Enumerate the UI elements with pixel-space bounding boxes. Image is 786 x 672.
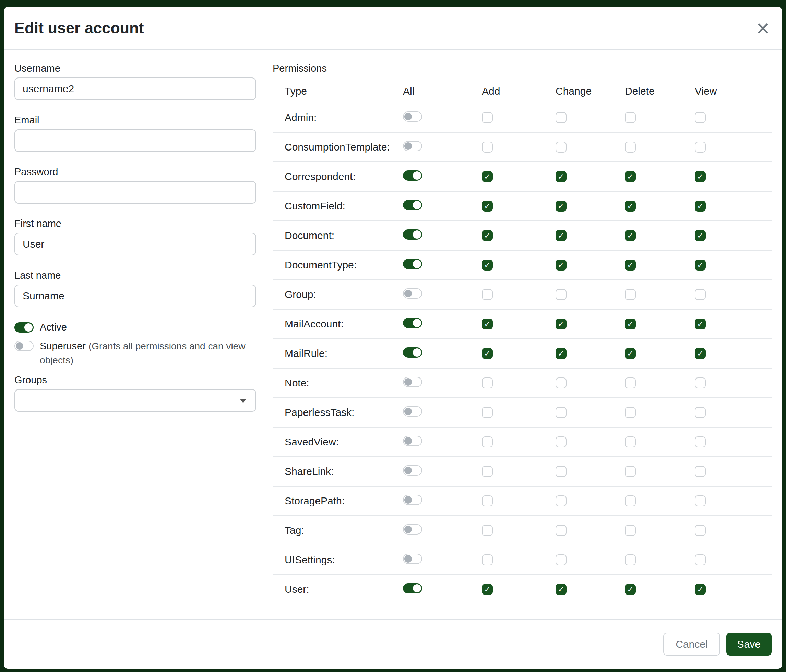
toggle-all[interactable]: [403, 436, 422, 446]
checkbox-delete[interactable]: [625, 407, 636, 418]
checkbox-delete[interactable]: ✓: [625, 201, 636, 212]
cancel-button[interactable]: Cancel: [663, 633, 720, 656]
checkbox-add[interactable]: ✓: [482, 584, 493, 595]
toggle-all[interactable]: [403, 170, 422, 181]
checkbox-view[interactable]: [695, 407, 706, 418]
groups-select[interactable]: [14, 389, 256, 412]
checkbox-delete[interactable]: [625, 436, 636, 447]
checkbox-delete[interactable]: ✓: [625, 348, 636, 359]
checkbox-change[interactable]: ✓: [556, 230, 566, 241]
toggle-all[interactable]: [403, 465, 422, 476]
perm-change-cell: ✓: [556, 201, 625, 212]
checkbox-change[interactable]: [556, 141, 566, 152]
checkbox-view[interactable]: ✓: [695, 230, 706, 241]
toggle-all[interactable]: [403, 495, 422, 505]
checkbox-delete[interactable]: ✓: [625, 584, 636, 595]
checkbox-change[interactable]: [556, 466, 566, 477]
checkbox-add[interactable]: [482, 377, 493, 388]
checkbox-add[interactable]: ✓: [482, 259, 493, 270]
toggle-all[interactable]: [403, 377, 422, 387]
checkbox-add[interactable]: [482, 466, 493, 477]
checkbox-delete[interactable]: [625, 525, 636, 536]
checkbox-view[interactable]: [695, 112, 706, 123]
checkbox-change[interactable]: [556, 436, 566, 447]
toggle-all[interactable]: [403, 347, 422, 358]
superuser-toggle[interactable]: [14, 341, 34, 351]
checkbox-delete[interactable]: [625, 466, 636, 477]
checkbox-add[interactable]: [482, 141, 493, 152]
checkbox-add[interactable]: [482, 495, 493, 506]
checkbox-delete[interactable]: ✓: [625, 230, 636, 241]
toggle-all[interactable]: [403, 406, 422, 416]
checkbox-delete[interactable]: ✓: [625, 171, 636, 182]
checkbox-view[interactable]: ✓: [695, 348, 706, 359]
checkbox-change[interactable]: [556, 525, 566, 536]
checkbox-change[interactable]: ✓: [556, 319, 566, 330]
checkbox-change[interactable]: [556, 407, 566, 418]
perm-change-cell: [556, 554, 625, 565]
toggle-all[interactable]: [403, 524, 422, 534]
checkbox-view[interactable]: [695, 525, 706, 536]
checkbox-view[interactable]: ✓: [695, 201, 706, 212]
checkbox-view[interactable]: [695, 495, 706, 506]
checkbox-delete[interactable]: ✓: [625, 319, 636, 330]
checkbox-change[interactable]: [556, 554, 566, 565]
checkbox-change[interactable]: [556, 495, 566, 506]
checkbox-add[interactable]: [482, 436, 493, 447]
checkbox-change[interactable]: ✓: [556, 259, 566, 270]
checkbox-change[interactable]: [556, 112, 566, 123]
toggle-all[interactable]: [403, 229, 422, 240]
checkbox-view[interactable]: [695, 436, 706, 447]
checkbox-delete[interactable]: [625, 377, 636, 388]
checkbox-delete[interactable]: [625, 495, 636, 506]
checkbox-change[interactable]: ✓: [556, 171, 566, 182]
toggle-all[interactable]: [403, 200, 422, 210]
checkbox-view[interactable]: [695, 377, 706, 388]
checkbox-delete[interactable]: ✓: [625, 259, 636, 270]
password-field[interactable]: [14, 181, 256, 204]
last-name-field[interactable]: [14, 284, 256, 307]
checkbox-add[interactable]: ✓: [482, 230, 493, 241]
checkbox-delete[interactable]: [625, 554, 636, 565]
checkbox-add[interactable]: ✓: [482, 348, 493, 359]
checkbox-view[interactable]: ✓: [695, 171, 706, 182]
check-icon: ✓: [484, 586, 490, 593]
check-icon: ✓: [558, 232, 564, 240]
first-name-field[interactable]: [14, 233, 256, 256]
checkbox-change[interactable]: ✓: [556, 348, 566, 359]
checkbox-change[interactable]: [556, 289, 566, 300]
checkbox-add[interactable]: ✓: [482, 171, 493, 182]
toggle-all[interactable]: [403, 141, 422, 151]
toggle-all[interactable]: [403, 288, 422, 298]
checkbox-delete[interactable]: [625, 112, 636, 123]
save-button[interactable]: Save: [726, 633, 772, 656]
checkbox-add[interactable]: ✓: [482, 319, 493, 330]
checkbox-change[interactable]: ✓: [556, 201, 566, 212]
checkbox-add[interactable]: [482, 407, 493, 418]
checkbox-add[interactable]: [482, 525, 493, 536]
close-icon[interactable]: ×: [756, 17, 770, 39]
toggle-all[interactable]: [403, 111, 422, 122]
checkbox-view[interactable]: [695, 289, 706, 300]
toggle-all[interactable]: [403, 318, 422, 328]
toggle-all[interactable]: [403, 583, 422, 593]
checkbox-change[interactable]: ✓: [556, 584, 566, 595]
username-input[interactable]: [14, 77, 256, 100]
checkbox-view[interactable]: ✓: [695, 259, 706, 270]
checkbox-add[interactable]: [482, 289, 493, 300]
checkbox-view[interactable]: [695, 141, 706, 152]
checkbox-delete[interactable]: [625, 289, 636, 300]
checkbox-change[interactable]: [556, 377, 566, 388]
checkbox-view[interactable]: [695, 554, 706, 565]
checkbox-add[interactable]: [482, 112, 493, 123]
checkbox-view[interactable]: ✓: [695, 584, 706, 595]
checkbox-add[interactable]: [482, 554, 493, 565]
checkbox-add[interactable]: ✓: [482, 201, 493, 212]
toggle-all[interactable]: [403, 554, 422, 564]
toggle-all[interactable]: [403, 259, 422, 269]
active-toggle[interactable]: [14, 322, 34, 333]
email-field[interactable]: [14, 129, 256, 152]
checkbox-delete[interactable]: [625, 141, 636, 152]
checkbox-view[interactable]: [695, 466, 706, 477]
checkbox-view[interactable]: ✓: [695, 319, 706, 330]
